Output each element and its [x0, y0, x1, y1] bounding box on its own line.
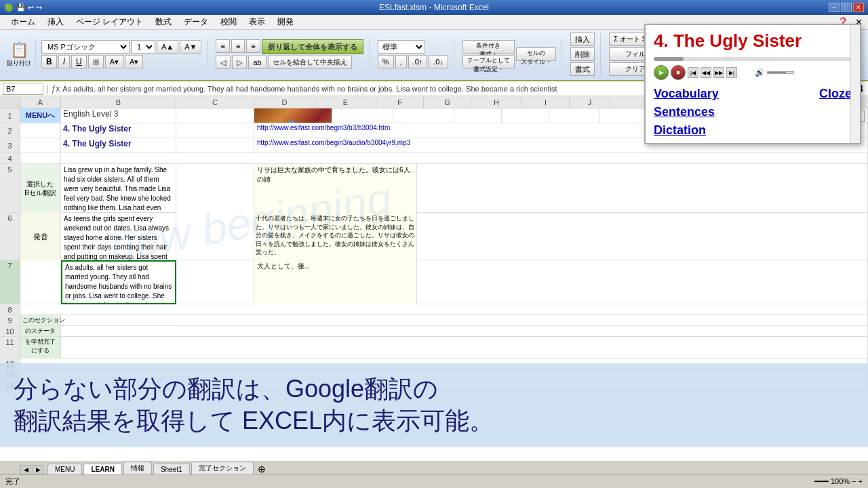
- menu-data[interactable]: データ: [178, 15, 214, 29]
- indent-increase[interactable]: ▷: [232, 56, 247, 69]
- col-header-e[interactable]: E: [315, 96, 376, 108]
- cell-style[interactable]: セルのスタイル・: [516, 47, 556, 61]
- menu-formula[interactable]: 数式: [150, 15, 177, 29]
- formula-icon: ƒx: [52, 84, 60, 94]
- col-header-a[interactable]: A: [20, 96, 61, 108]
- close-button[interactable]: ✕: [853, 3, 864, 12]
- table-row: 5 選択したBセル翻訳 Lisa grew up in a huge famil…: [0, 164, 868, 213]
- cell-a10[interactable]: のステータス: [20, 326, 61, 336]
- fill-color-button[interactable]: A▾: [105, 55, 123, 68]
- merge-center-button[interactable]: セルを結合して中央揃え: [268, 56, 352, 69]
- italic-button[interactable]: I: [58, 55, 70, 68]
- cell-a1[interactable]: MENUへ: [20, 108, 61, 123]
- insert-button[interactable]: 挿入: [570, 33, 595, 46]
- cell-a9[interactable]: このセクション: [20, 315, 61, 325]
- orientation[interactable]: ab: [248, 56, 266, 69]
- format-button[interactable]: 書式: [570, 62, 595, 76]
- decimal-increase[interactable]: .0↑: [408, 55, 428, 68]
- rewind-button[interactable]: ◀◀: [701, 67, 711, 78]
- menu-insert[interactable]: 挿入: [42, 15, 69, 29]
- table-format[interactable]: テーブルとして書式設定・: [462, 55, 515, 68]
- popup-scrollbar[interactable]: [850, 25, 860, 143]
- cell-b5[interactable]: Lisa grew up in a huge family. She had s…: [61, 164, 176, 213]
- percent-format[interactable]: %: [378, 55, 394, 68]
- menu-home[interactable]: ホーム: [5, 15, 41, 29]
- status-bar: 完了 ━━━ 100% − +: [0, 474, 868, 488]
- cell-b3[interactable]: 4. The Ugly Sister: [61, 138, 176, 152]
- align-center[interactable]: ≡: [231, 39, 245, 53]
- row-number: 4: [0, 153, 20, 163]
- sheet-tab-sheet1[interactable]: Sheet1: [153, 464, 190, 474]
- maximize-button[interactable]: □: [841, 3, 852, 12]
- border-button[interactable]: ⊞: [88, 55, 104, 68]
- col-header-i[interactable]: I: [522, 96, 570, 108]
- cell-d1: [332, 108, 393, 123]
- skip-back-button[interactable]: |◀: [688, 67, 698, 78]
- zoom-controls[interactable]: ━━━ 100% − +: [814, 477, 863, 486]
- wrap-text-button[interactable]: 折り返して全体を表示する: [262, 39, 363, 54]
- add-sheet-icon[interactable]: ⊕: [258, 464, 266, 474]
- underline-button[interactable]: U: [71, 55, 87, 68]
- align-left[interactable]: ≡: [216, 39, 229, 53]
- sheet-tab-menu[interactable]: MENU: [47, 464, 82, 474]
- translation-line1: 分らない部分の翻訳は、Google翻訳の: [14, 373, 854, 405]
- vocabulary-link[interactable]: Vocabulary: [654, 87, 719, 101]
- cell-b7-selected[interactable]: As adults, all her sisters got married y…: [61, 260, 176, 304]
- dictation-link[interactable]: Dictation: [654, 123, 706, 138]
- col-header-h[interactable]: H: [471, 96, 522, 108]
- font-selector[interactable]: MS Pゴシック: [41, 40, 130, 54]
- table-row: 10 のステータス: [0, 326, 868, 337]
- minimize-button[interactable]: ─: [829, 3, 840, 12]
- cell-rest6: [417, 213, 868, 260]
- cell-b6[interactable]: As teens the girls spent every weekend o…: [61, 213, 176, 260]
- row-number: 5: [0, 164, 20, 212]
- sheet-tab-learn[interactable]: LEARN: [83, 464, 121, 474]
- align-right[interactable]: ≡: [246, 39, 260, 53]
- tab-scroll-left[interactable]: ◀: [20, 465, 31, 474]
- stop-button[interactable]: ■: [671, 65, 686, 80]
- cloze-link[interactable]: Cloze: [819, 87, 852, 101]
- font-color-button[interactable]: A▾: [125, 55, 143, 68]
- col-header-c[interactable]: C: [176, 96, 254, 108]
- volume-slider[interactable]: [767, 71, 794, 74]
- number-format-selector[interactable]: 標準: [378, 40, 425, 54]
- row-number: 9: [0, 315, 20, 325]
- col-header-j[interactable]: J: [570, 96, 610, 108]
- font-size-selector[interactable]: 11: [131, 40, 155, 54]
- decimal-decrease[interactable]: .0↓: [429, 55, 448, 68]
- delete-button[interactable]: 削除: [570, 47, 595, 61]
- cell-a5[interactable]: 選択したBセル翻訳: [20, 164, 61, 213]
- conditional-format[interactable]: 条件付き書式・: [462, 40, 515, 54]
- sentences-link[interactable]: Sentences: [654, 105, 715, 119]
- menu-page-layout[interactable]: ページ レイアウト: [71, 15, 149, 29]
- col-header-f[interactable]: F: [376, 96, 424, 108]
- cell-rest5: [417, 164, 868, 213]
- font-size-decrease[interactable]: A▼: [180, 40, 201, 54]
- menu-dev[interactable]: 開発: [272, 15, 299, 29]
- menu-view[interactable]: 表示: [243, 15, 271, 29]
- comma-format[interactable]: ,: [395, 55, 407, 68]
- tab-scroll-right[interactable]: ▶: [33, 465, 43, 474]
- font-size-increase[interactable]: A▲: [157, 40, 178, 54]
- cell-b1[interactable]: English Level 3: [61, 108, 176, 123]
- cell-a11[interactable]: を学習完了にする: [20, 337, 61, 359]
- cell-c2: [176, 123, 254, 138]
- indent-decrease[interactable]: ◁: [216, 56, 231, 69]
- play-button[interactable]: ▶: [654, 65, 669, 80]
- sheet-tab-complete[interactable]: 完了セクション: [191, 462, 254, 474]
- col-header-g[interactable]: G: [424, 96, 471, 108]
- quick-access: 💾 ↩ ↪: [16, 3, 42, 12]
- paste-icon[interactable]: 📋: [10, 41, 28, 59]
- title-bar-controls[interactable]: ─ □ ✕: [829, 3, 864, 12]
- bold-button[interactable]: B: [41, 55, 57, 68]
- menu-review[interactable]: 校閲: [215, 15, 242, 29]
- cell-b2[interactable]: 4. The Ugly Sister: [61, 123, 176, 138]
- cell-reference-input[interactable]: [3, 83, 43, 95]
- cell-a6[interactable]: 発音: [20, 213, 61, 260]
- fast-forward-button[interactable]: ▶▶: [713, 67, 724, 78]
- skip-forward-button[interactable]: ▶|: [726, 67, 737, 78]
- col-header-b[interactable]: B: [61, 96, 176, 108]
- col-header-d[interactable]: D: [254, 96, 315, 108]
- sheet-tab-info[interactable]: 情報: [123, 462, 152, 474]
- cell-rest10: [61, 326, 868, 336]
